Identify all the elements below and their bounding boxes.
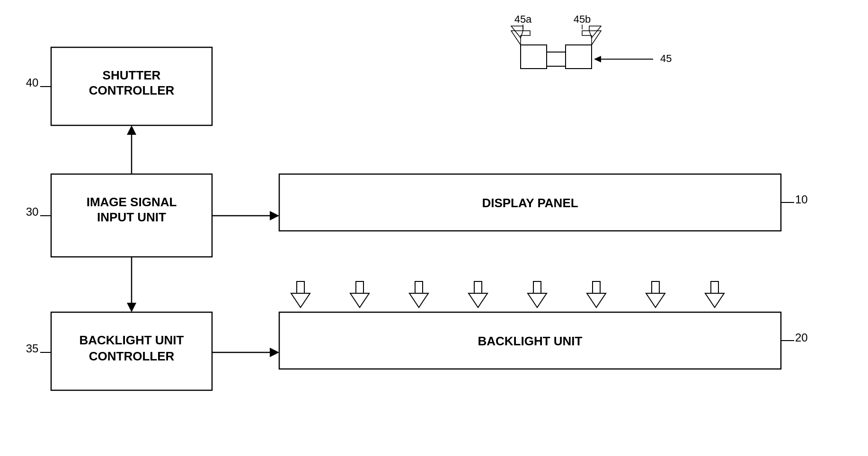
svg-marker-42: [587, 293, 606, 307]
svg-text:DISPLAY PANEL: DISPLAY PANEL: [482, 196, 578, 210]
svg-text:45a: 45a: [514, 13, 532, 25]
svg-text:SHUTTER: SHUTTER: [103, 68, 161, 82]
svg-rect-37: [415, 281, 423, 293]
svg-rect-41: [533, 281, 541, 293]
diagram-svg: SHUTTER CONTROLLER 40 IMAGE SIGNAL INPUT…: [0, 0, 868, 456]
svg-text:CONTROLLER: CONTROLLER: [89, 83, 175, 97]
svg-marker-36: [409, 293, 428, 307]
svg-marker-32: [291, 293, 310, 307]
svg-text:BACKLIGHT UNIT: BACKLIGHT UNIT: [478, 334, 583, 348]
svg-text:INPUT UNIT: INPUT UNIT: [97, 210, 166, 224]
svg-text:BACKLIGHT UNIT: BACKLIGHT UNIT: [80, 333, 184, 347]
svg-marker-44: [646, 293, 665, 307]
svg-rect-47: [711, 281, 718, 293]
svg-rect-33: [297, 281, 304, 293]
svg-marker-46: [705, 293, 724, 307]
svg-marker-38: [469, 293, 487, 307]
svg-rect-48: [521, 45, 547, 69]
svg-marker-40: [528, 293, 547, 307]
diagram-container: SHUTTER CONTROLLER 40 IMAGE SIGNAL INPUT…: [0, 0, 868, 456]
svg-rect-52: [566, 45, 592, 69]
svg-text:45: 45: [660, 53, 672, 64]
svg-rect-35: [356, 281, 363, 293]
svg-text:45b: 45b: [574, 13, 591, 25]
svg-marker-27: [127, 303, 136, 312]
svg-marker-60: [594, 56, 601, 62]
svg-marker-31: [270, 348, 279, 357]
svg-text:20: 20: [795, 331, 808, 344]
svg-marker-24: [127, 125, 136, 135]
svg-text:CONTROLLER: CONTROLLER: [89, 349, 175, 363]
svg-marker-29: [270, 211, 279, 220]
svg-rect-51: [547, 52, 566, 66]
svg-text:35: 35: [26, 342, 39, 355]
svg-text:30: 30: [26, 205, 39, 218]
svg-rect-39: [474, 281, 482, 293]
svg-text:40: 40: [26, 76, 39, 89]
svg-marker-34: [350, 293, 369, 307]
svg-rect-43: [593, 281, 600, 293]
svg-text:IMAGE SIGNAL: IMAGE SIGNAL: [87, 195, 177, 209]
svg-rect-45: [652, 281, 659, 293]
svg-text:10: 10: [795, 193, 808, 206]
